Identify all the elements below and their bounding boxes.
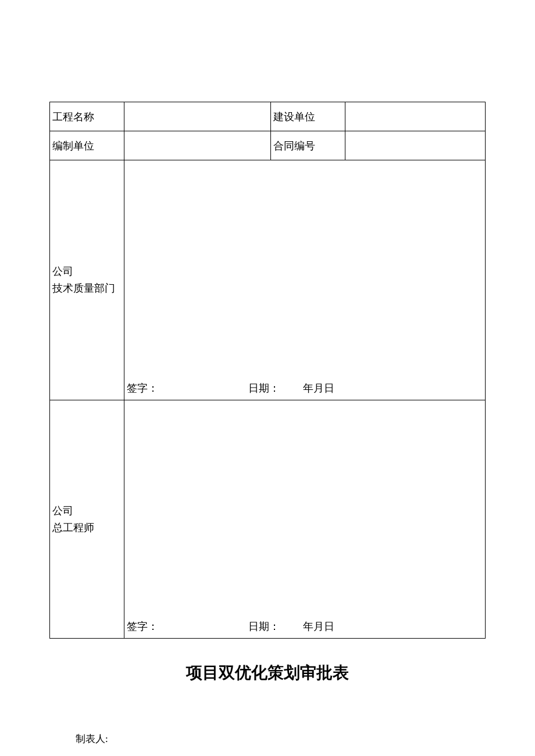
date-label: 日期： (248, 381, 280, 395)
date-ymd: 年月日 (303, 381, 334, 395)
signature-line: 签字： 日期： 年月日 (127, 381, 483, 395)
approval-table: 工程名称 建设单位 编制单位 合同编号 公司 技术质量部门 签字： 日期： 年月… (49, 102, 486, 639)
signature-label: 签字： (127, 381, 158, 395)
date-ymd: 年月日 (303, 619, 334, 633)
page-title: 项目双优化策划审批表 (49, 662, 486, 684)
project-name-value (124, 102, 271, 131)
preparer-label: 制表人: (76, 732, 108, 746)
signature-label: 签字： (127, 619, 158, 633)
contract-no-label: 合同编号 (271, 131, 345, 160)
tech-quality-line2: 技术质量部门 (52, 282, 115, 294)
construction-unit-label: 建设单位 (271, 102, 345, 131)
signature-line: 签字： 日期： 年月日 (127, 619, 483, 633)
tech-quality-dept-label: 公司 技术质量部门 (50, 160, 124, 400)
contract-no-value (345, 131, 486, 160)
construction-unit-value (345, 102, 486, 131)
chief-engineer-line2: 总工程师 (52, 522, 94, 533)
chief-engineer-signature-cell: 签字： 日期： 年月日 (124, 400, 486, 639)
prep-unit-label: 编制单位 (50, 131, 124, 160)
prep-unit-value (124, 131, 271, 160)
chief-engineer-label: 公司 总工程师 (50, 400, 124, 639)
date-label: 日期： (248, 619, 280, 633)
document-page: 工程名称 建设单位 编制单位 合同编号 公司 技术质量部门 签字： 日期： 年月… (0, 0, 535, 684)
tech-quality-line1: 公司 (52, 266, 73, 277)
table-row: 公司 总工程师 签字： 日期： 年月日 (50, 400, 486, 639)
tech-quality-signature-cell: 签字： 日期： 年月日 (124, 160, 486, 400)
project-name-label: 工程名称 (50, 102, 124, 131)
chief-engineer-line1: 公司 (52, 505, 73, 517)
table-row: 编制单位 合同编号 (50, 131, 486, 160)
table-row: 工程名称 建设单位 (50, 102, 486, 131)
table-row: 公司 技术质量部门 签字： 日期： 年月日 (50, 160, 486, 400)
